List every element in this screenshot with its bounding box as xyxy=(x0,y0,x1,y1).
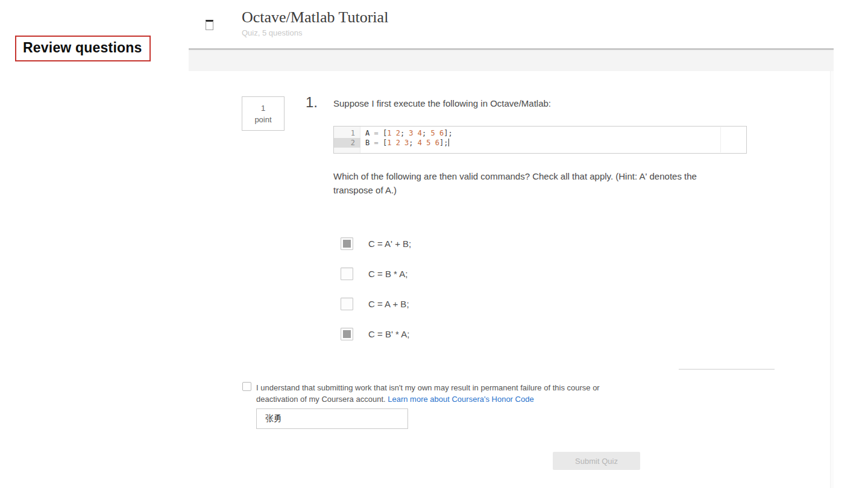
gutter-line-number: 2 xyxy=(334,138,360,148)
code-lines: 1A = [1 2; 3 4; 5 6];2B = [1 2 3; 4 5 6]… xyxy=(334,127,746,148)
toolbar-band xyxy=(189,50,834,71)
option-checkbox[interactable] xyxy=(341,298,353,310)
submit-quiz-button[interactable]: Submit Quiz xyxy=(553,452,640,470)
quiz-placeholder-icon xyxy=(206,20,213,30)
review-banner-label: Review questions xyxy=(23,40,142,55)
review-banner: Review questions xyxy=(15,36,151,61)
gutter-line-number: 1 xyxy=(334,128,360,138)
page-title: Octave/Matlab Tutorial xyxy=(242,8,388,27)
question-prompt: Which of the following are then valid co… xyxy=(333,169,736,197)
question-intro: Suppose I first execute the following in… xyxy=(333,98,551,108)
honor-code-text: I understand that submitting work that i… xyxy=(256,383,643,405)
points-label: point xyxy=(242,114,284,125)
code-line: B = [1 2 3; 4 5 6]; xyxy=(365,138,449,148)
option-label: C = B * A; xyxy=(368,269,407,279)
option-checkbox[interactable] xyxy=(341,237,353,250)
question-number: 1. xyxy=(306,94,318,111)
option-label: C = B' * A; xyxy=(368,329,409,339)
option-checkbox[interactable] xyxy=(341,267,353,280)
code-line: A = [1 2; 3 4; 5 6]; xyxy=(365,128,453,138)
option-checkbox[interactable] xyxy=(341,328,353,340)
option-label: C = A + B; xyxy=(368,299,409,309)
honor-code-link[interactable]: Learn more about Coursera's Honor Code xyxy=(388,395,533,404)
text-cursor xyxy=(448,139,449,146)
quiz-subtitle: Quiz, 5 questions xyxy=(242,28,302,37)
option-label: C = A' + B; xyxy=(368,239,411,249)
points-value: 1 xyxy=(242,102,284,114)
scrollbar-track[interactable] xyxy=(830,71,834,488)
honor-code-checkbox[interactable] xyxy=(242,382,251,391)
signature-input[interactable] xyxy=(256,408,408,429)
code-editor[interactable]: 1A = [1 2; 3 4; 5 6];2B = [1 2 3; 4 5 6]… xyxy=(333,126,747,154)
section-divider xyxy=(679,369,775,370)
points-box: 1 point xyxy=(242,96,285,131)
